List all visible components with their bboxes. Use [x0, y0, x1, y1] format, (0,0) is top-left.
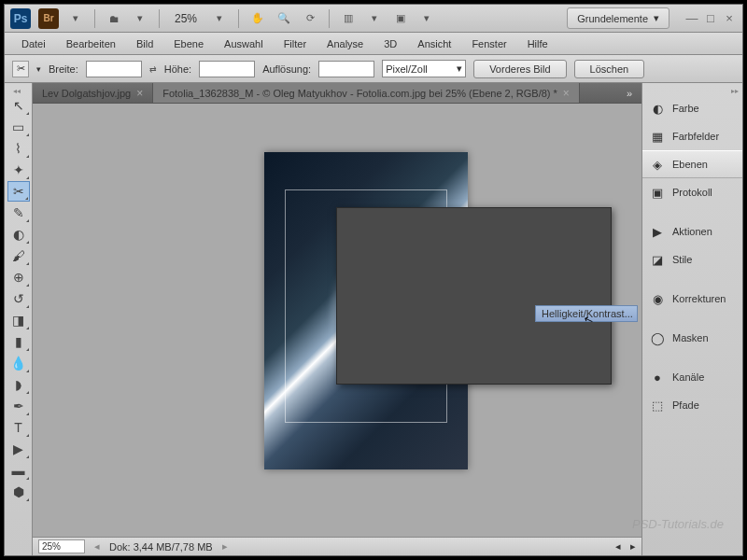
type-tool[interactable]: T [7, 417, 30, 438]
panel-label: Farbfelder [672, 131, 719, 142]
chevron-right-icon[interactable]: ▸ [222, 540, 228, 553]
resolution-input[interactable] [318, 61, 374, 77]
color-icon: ◐ [650, 101, 665, 116]
tab-overflow-button[interactable]: » [617, 83, 641, 103]
move-tool[interactable]: ↖ [7, 95, 30, 116]
dropdown-icon[interactable]: ▾ [365, 9, 384, 28]
marquee-tool[interactable]: ▭ [7, 117, 30, 137]
history-icon: ▣ [650, 185, 665, 200]
menu-fenster[interactable]: Fenster [462, 35, 515, 53]
eyedropper-tool[interactable]: ✎ [7, 203, 30, 223]
menu-auswahl[interactable]: Auswahl [215, 35, 273, 53]
minimize-button[interactable]: — [684, 12, 699, 25]
panel-kanaele[interactable]: ●Kanäle [642, 363, 742, 391]
options-bar: ✂ ▾ Breite: ⇄ Höhe: Auflösung: Pixel/Zol… [5, 55, 742, 83]
crop-tool-preset-icon[interactable]: ✂ [12, 61, 29, 77]
magic-wand-tool[interactable]: ✦ [7, 160, 30, 180]
panel-collapse-icon[interactable]: ◂◂ [13, 87, 24, 94]
panel-label: Stile [672, 254, 692, 265]
shape-tool[interactable]: ▬ [7, 460, 30, 481]
document-tab[interactable]: Lev Dolgatshjov.jpg × [33, 83, 153, 103]
panel-label: Masken [672, 332, 709, 343]
3d-tool[interactable]: ⬢ [7, 482, 30, 502]
panel-label: Kanäle [672, 371, 704, 383]
scroll-right-icon[interactable]: ▸ [630, 540, 636, 553]
doc-size-label: Dok: 3,44 MB/7,78 MB [109, 541, 213, 553]
width-input[interactable] [86, 61, 142, 77]
pen-tool[interactable]: ✒ [7, 396, 30, 416]
menu-3d[interactable]: 3D [374, 35, 406, 53]
lasso-tool[interactable]: ⌇ [7, 138, 30, 159]
path-selection-tool[interactable]: ▶ [7, 439, 30, 459]
menu-hilfe[interactable]: Hilfe [518, 35, 557, 53]
brush-tool[interactable]: 🖌 [7, 245, 30, 266]
panel-korrekturen[interactable]: ◉Korrekturen [642, 285, 742, 313]
blur-tool[interactable]: 💧 [7, 353, 30, 373]
dodge-tool[interactable]: ◗ [7, 374, 30, 395]
unit-select[interactable]: Pixel/Zoll ▾ [382, 60, 466, 77]
panel-protokoll[interactable]: ▣Protokoll [642, 178, 742, 206]
healing-brush-tool[interactable]: ◐ [7, 224, 30, 245]
dropdown-icon[interactable]: ▾ [36, 64, 41, 74]
photoshop-logo-icon[interactable]: Ps [10, 8, 31, 29]
height-input[interactable] [199, 61, 255, 77]
eraser-tool[interactable]: ◨ [7, 310, 30, 330]
dropdown-icon[interactable]: ▾ [210, 9, 229, 28]
arrange-docs-icon[interactable]: ▥ [339, 9, 358, 28]
crop-tool[interactable]: ✂ [7, 181, 30, 202]
menu-bearbeiten[interactable]: Bearbeiten [57, 35, 125, 53]
scroll-left-icon[interactable]: ◂ [615, 540, 621, 553]
menu-filter[interactable]: Filter [275, 35, 316, 53]
rotate-view-icon[interactable]: ⟳ [301, 9, 319, 28]
menu-ebene[interactable]: Ebene [164, 35, 213, 53]
dropdown-icon[interactable]: ▾ [131, 9, 149, 28]
close-icon[interactable]: × [563, 87, 570, 100]
panel-masken[interactable]: ◯Masken [642, 324, 742, 352]
maximize-button[interactable]: □ [703, 12, 718, 25]
panel-farbfelder[interactable]: ▦Farbfelder [642, 122, 742, 150]
workspace-selector[interactable]: Grundelemente ▾ [567, 7, 669, 29]
menu-datei[interactable]: Datei [12, 35, 55, 53]
close-button[interactable]: × [722, 12, 737, 25]
panel-stile[interactable]: ◪Stile [642, 245, 742, 273]
flyout-panel[interactable] [336, 207, 612, 385]
panel-pfade[interactable]: ⬚Pfade [642, 391, 742, 419]
menu-analyse[interactable]: Analyse [317, 35, 373, 53]
bridge-logo-icon[interactable]: Br [38, 8, 59, 29]
gradient-tool[interactable]: ▮ [7, 331, 30, 352]
zoom-input[interactable] [38, 539, 85, 553]
document-tab[interactable]: Fotolia_1362838_M - © Oleg Matyukhov - F… [153, 83, 580, 103]
clear-button[interactable]: Löschen [574, 60, 645, 78]
watermark-text: PSD-Tutorials.de [632, 517, 724, 531]
hand-tool-icon[interactable]: ✋ [248, 9, 267, 28]
clone-stamp-tool[interactable]: ⊕ [7, 267, 30, 287]
panel-label: Ebenen [672, 159, 708, 170]
workspace-label: Grundelemente [577, 13, 648, 24]
dropdown-icon[interactable]: ▾ [66, 9, 85, 28]
screen-mode-icon[interactable]: ▣ [391, 9, 410, 28]
swap-dimensions-icon[interactable]: ⇄ [149, 64, 157, 74]
panel-label: Protokoll [672, 187, 712, 198]
chevron-left-icon[interactable]: ◂ [94, 540, 100, 553]
panel-collapse-icon[interactable]: ▸▸ [642, 87, 742, 94]
menu-bild[interactable]: Bild [127, 35, 162, 53]
app-window: Ps Br ▾ 🖿 ▾ 25% ▾ ✋ 🔍 ⟳ ▥ ▾ ▣ ▾ Grundele… [4, 4, 743, 556]
zoom-tool-icon[interactable]: 🔍 [275, 9, 293, 28]
titlebar: Ps Br ▾ 🖿 ▾ 25% ▾ ✋ 🔍 ⟳ ▥ ▾ ▣ ▾ Grundele… [5, 5, 742, 33]
panel-ebenen[interactable]: ◈Ebenen [642, 150, 742, 178]
panel-aktionen[interactable]: ▶Aktionen [642, 217, 742, 245]
dropdown-icon[interactable]: ▾ [417, 9, 436, 28]
front-image-button[interactable]: Vorderes Bild [473, 60, 566, 78]
history-icon[interactable]: 🖿 [105, 9, 123, 28]
close-icon[interactable]: × [136, 87, 143, 100]
styles-icon: ◪ [650, 252, 665, 267]
zoom-display[interactable]: 25% [169, 10, 203, 27]
panel-label: Pfade [672, 399, 699, 411]
menu-ansicht[interactable]: Ansicht [408, 35, 460, 53]
window-controls: — □ × [684, 12, 737, 25]
context-menu-item[interactable]: Helligkeit/Kontrast... [535, 305, 638, 322]
channels-icon: ● [650, 370, 665, 385]
panel-farbe[interactable]: ◐Farbe [642, 94, 742, 122]
history-brush-tool[interactable]: ↺ [7, 288, 30, 309]
adjustments-icon: ◉ [650, 291, 665, 306]
